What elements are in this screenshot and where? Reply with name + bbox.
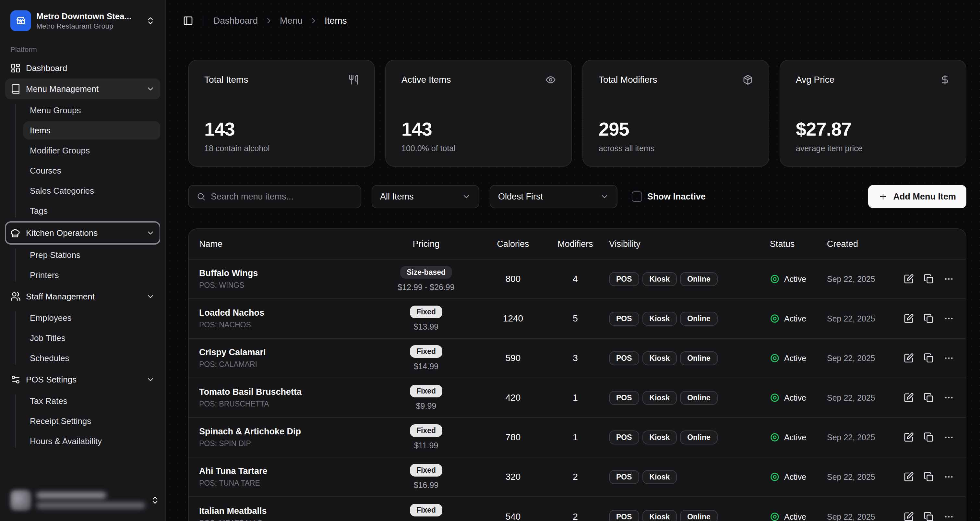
sidebar-item-tax-rates[interactable]: Tax Rates bbox=[23, 392, 160, 410]
visibility-badge-pos: POS bbox=[609, 510, 639, 521]
breadcrumb: Dashboard Menu Items bbox=[213, 16, 347, 26]
table-row[interactable]: Spinach & Artichoke Dip POS: SPIN DIP Fi… bbox=[189, 418, 966, 457]
sidebar-item-hours-availability[interactable]: Hours & Availability bbox=[23, 432, 160, 450]
item-name: Crispy Calamari bbox=[199, 347, 368, 357]
item-name: Spinach & Artichoke Dip bbox=[199, 427, 368, 437]
workspace-name: Metro Downtown Stea... bbox=[36, 11, 141, 21]
breadcrumb-dashboard[interactable]: Dashboard bbox=[213, 16, 258, 26]
avatar bbox=[10, 490, 31, 511]
duplicate-button[interactable] bbox=[924, 353, 934, 363]
sidebar-item-modifier-groups[interactable]: Modifier Groups bbox=[23, 142, 160, 159]
visibility-badge-online: Online bbox=[680, 312, 718, 326]
edit-button[interactable] bbox=[904, 274, 914, 284]
user-menu[interactable] bbox=[5, 485, 160, 516]
status-active-icon bbox=[770, 274, 780, 284]
item-price: $9.99 bbox=[416, 401, 436, 411]
item-calories: 780 bbox=[482, 432, 544, 443]
book-icon bbox=[10, 84, 21, 94]
item-calories: 1240 bbox=[482, 313, 544, 324]
search-input[interactable] bbox=[211, 192, 353, 202]
sidebar-item-tags[interactable]: Tags bbox=[23, 202, 160, 220]
table-row[interactable]: Loaded Nachos POS: NACHOS Fixed $13.99 1… bbox=[189, 299, 966, 339]
duplicate-button[interactable] bbox=[924, 392, 934, 403]
more-actions-button[interactable] bbox=[944, 274, 954, 284]
topbar-divider bbox=[204, 16, 204, 26]
more-actions-button[interactable] bbox=[944, 392, 954, 403]
stat-title: Active Items bbox=[401, 75, 451, 85]
item-pos-name: POS: BRUSCHETTA bbox=[199, 400, 368, 408]
sidebar-item-menu-management[interactable]: Menu Management bbox=[5, 78, 160, 99]
sidebar-item-sales-categories[interactable]: Sales Categories bbox=[23, 182, 160, 200]
add-menu-item-button[interactable]: Add Menu Item bbox=[868, 185, 967, 208]
sidebar-item-receipt-settings[interactable]: Receipt Settings bbox=[23, 412, 160, 430]
item-price: $11.99 bbox=[414, 441, 438, 450]
sidebar-item-dashboard[interactable]: Dashboard bbox=[5, 58, 160, 78]
visibility-badges: POSKioskOnline bbox=[606, 391, 767, 405]
table-row[interactable]: Ahi Tuna Tartare POS: TUNA TARE Fixed $1… bbox=[189, 457, 966, 497]
sidebar: Metro Downtown Stea... Metro Restaurant … bbox=[0, 0, 166, 521]
duplicate-button[interactable] bbox=[924, 313, 934, 324]
pricing-type-badge: Fixed bbox=[410, 345, 442, 358]
sort-filter-select[interactable]: Oldest First bbox=[490, 185, 617, 208]
item-name: Italian Meatballs bbox=[199, 506, 368, 516]
category-filter-select[interactable]: All Items bbox=[372, 185, 479, 208]
stat-title: Total Modifiers bbox=[599, 75, 657, 85]
duplicate-button[interactable] bbox=[924, 472, 934, 482]
show-inactive-toggle[interactable]: Show Inactive bbox=[632, 191, 706, 202]
duplicate-button[interactable] bbox=[924, 511, 934, 521]
item-created: Sep 22, 2025 bbox=[824, 274, 900, 284]
category-filter-value: All Items bbox=[380, 192, 414, 202]
chevron-down-icon bbox=[146, 228, 155, 237]
sidebar-item-menu-groups[interactable]: Menu Groups bbox=[23, 101, 160, 119]
sidebar-item-label: Menu Management bbox=[26, 84, 141, 94]
sidebar-item-printers[interactable]: Printers bbox=[23, 266, 160, 284]
chevron-down-icon bbox=[600, 192, 609, 201]
sidebar-item-staff-management[interactable]: Staff Management bbox=[5, 286, 160, 307]
edit-button[interactable] bbox=[904, 511, 914, 521]
item-modifiers: 1 bbox=[544, 392, 606, 403]
status-active-icon bbox=[770, 314, 780, 323]
stat-card: Avg Price $27.87 average item price bbox=[780, 60, 966, 167]
duplicate-button[interactable] bbox=[924, 274, 934, 284]
workspace-switcher[interactable]: Metro Downtown Stea... Metro Restaurant … bbox=[5, 5, 160, 36]
app-window: Metro Downtown Stea... Metro Restaurant … bbox=[0, 0, 980, 521]
sidebar-subnav: EmployeesJob TitlesSchedules bbox=[5, 309, 160, 367]
more-actions-button[interactable] bbox=[944, 511, 954, 521]
sidebar-item-kitchen-operations[interactable]: Kitchen Operations bbox=[5, 222, 160, 244]
table-row[interactable]: Buffalo Wings POS: WINGS Size-based $12.… bbox=[189, 260, 966, 299]
more-actions-button[interactable] bbox=[944, 472, 954, 482]
edit-button[interactable] bbox=[904, 472, 914, 482]
edit-button[interactable] bbox=[904, 392, 914, 403]
table-row[interactable]: Italian Meatballs POS: MEATBALLS Fixed $… bbox=[189, 497, 966, 521]
sidebar-item-employees[interactable]: Employees bbox=[23, 309, 160, 327]
item-pos-name: POS: TUNA TARE bbox=[199, 479, 368, 488]
item-calories: 420 bbox=[482, 392, 544, 403]
show-inactive-label: Show Inactive bbox=[647, 192, 706, 202]
sidebar-item-prep-stations[interactable]: Prep Stations bbox=[23, 246, 160, 264]
stat-title: Total Items bbox=[204, 75, 248, 85]
sidebar-item-courses[interactable]: Courses bbox=[23, 162, 160, 180]
sidebar-item-schedules[interactable]: Schedules bbox=[23, 349, 160, 367]
duplicate-button[interactable] bbox=[924, 432, 934, 443]
item-name: Buffalo Wings bbox=[199, 268, 368, 278]
more-actions-button[interactable] bbox=[944, 353, 954, 363]
visibility-badge-pos: POS bbox=[609, 351, 639, 365]
status-label: Active bbox=[784, 512, 806, 521]
show-inactive-checkbox[interactable] bbox=[632, 191, 642, 202]
more-actions-button[interactable] bbox=[944, 313, 954, 324]
col-calories: Calories bbox=[482, 239, 544, 249]
table-row[interactable]: Crispy Calamari POS: CALAMARI Fixed $14.… bbox=[189, 339, 966, 378]
breadcrumb-menu[interactable]: Menu bbox=[280, 16, 302, 26]
edit-button[interactable] bbox=[904, 313, 914, 324]
sidebar-item-job-titles[interactable]: Job Titles bbox=[23, 329, 160, 347]
edit-button[interactable] bbox=[904, 432, 914, 443]
more-actions-button[interactable] bbox=[944, 432, 954, 443]
item-created: Sep 22, 2025 bbox=[824, 314, 900, 323]
sidebar-item-pos-settings[interactable]: POS Settings bbox=[5, 369, 160, 390]
stat-subtitle: 100.0% of total bbox=[401, 144, 556, 153]
sidebar-toggle-button[interactable] bbox=[179, 12, 197, 30]
table-row[interactable]: Tomato Basil Bruschetta POS: BRUSCHETTA … bbox=[189, 378, 966, 418]
visibility-badge-online: Online bbox=[680, 272, 718, 286]
edit-button[interactable] bbox=[904, 353, 914, 363]
sidebar-item-items[interactable]: Items bbox=[23, 121, 160, 140]
